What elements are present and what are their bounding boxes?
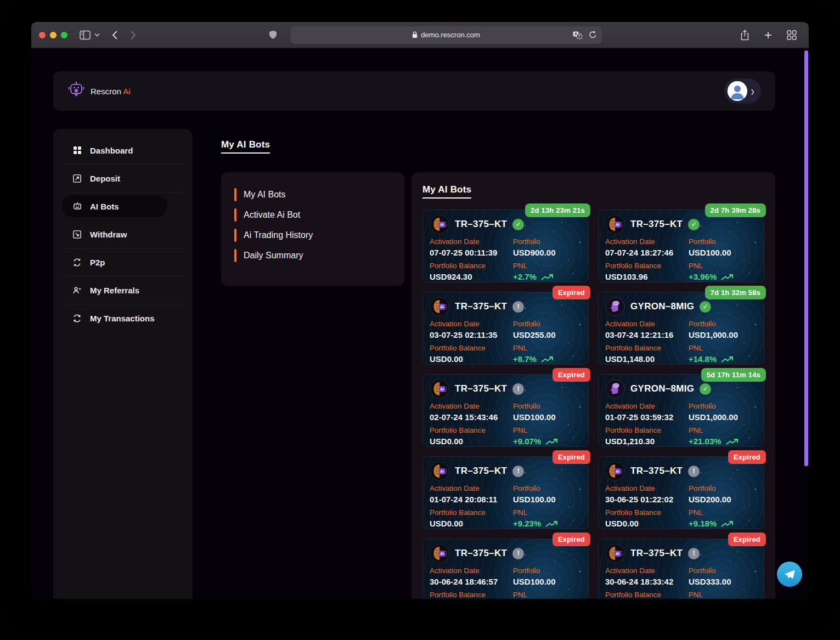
portfolio-balance-label: Portfolio Balance [605, 344, 686, 353]
bot-expired-badge: Expired [728, 533, 766, 546]
bots-grid: 2d 13h 23m 21s AI TR–375–KT ✓ ! [422, 209, 764, 599]
url-text: demo.rescron.com [421, 31, 480, 39]
submenu-item-ai-trading-history[interactable]: Ai Trading History [234, 229, 391, 242]
pnl-label: PNL [689, 591, 757, 599]
activation-date-label: Activation Date [605, 237, 686, 246]
close-window-button[interactable] [39, 32, 46, 38]
expired-icon: ! [512, 466, 524, 477]
vertical-scrollbar[interactable] [804, 50, 808, 466]
activation-date-label: Activation Date [605, 402, 686, 411]
trend-up-icon [541, 273, 554, 281]
sidebar-toggle-icon[interactable] [80, 30, 91, 40]
sidebar-item-withdraw[interactable]: Withdraw [62, 220, 184, 248]
bot-card[interactable]: Expired AI TR–375–KT ✓ ! [422, 374, 589, 447]
portfolio-balance-label: Portfolio Balance [605, 591, 686, 599]
portfolio-balance-value: USD0.00 [430, 354, 511, 364]
referrals-icon [72, 285, 82, 296]
translate-icon[interactable]: A 文 [573, 31, 582, 39]
back-icon[interactable] [112, 30, 118, 40]
telegram-button[interactable] [777, 562, 802, 587]
svg-text:AI: AI [616, 552, 619, 556]
bot-avatar-icon: AI [430, 379, 449, 399]
bot-card[interactable]: Expired AI TR–375–KT ✓ ! [598, 456, 764, 529]
expired-icon: ! [512, 301, 524, 313]
sidebar-item-dashboard[interactable]: Dashboard [62, 137, 184, 165]
submenu-item-my-ai-bots[interactable]: My AI Bots [234, 188, 391, 201]
sidebar-label: My Transactions [90, 314, 155, 323]
portfolio-balance-label: Portfolio Balance [430, 426, 511, 435]
sidebar-label: P2p [90, 258, 105, 267]
bot-avatar-icon: AI [605, 543, 625, 563]
page-title: My AI Bots [221, 139, 270, 154]
bot-expired-badge: Expired [728, 450, 766, 464]
svg-text:AI: AI [616, 223, 619, 226]
portfolio-balance-label: Portfolio Balance [430, 591, 511, 599]
pnl-value: +3.96% [689, 271, 717, 282]
brand[interactable]: Rescron Ai [67, 81, 131, 101]
telegram-icon [782, 567, 797, 581]
app-header: Rescron Ai › [53, 71, 775, 111]
sidebar-item-my-referrals[interactable]: My Referrals [62, 276, 184, 304]
p2p-swap-icon [72, 257, 82, 268]
verified-icon: ✓ [688, 219, 700, 230]
bot-card[interactable]: Expired AI TR–375–KT ✓ ! [422, 292, 589, 365]
bot-card[interactable]: 7d 1h 32m 58s AI GYRON–8MIG ✓ ! [598, 292, 764, 365]
account-menu[interactable]: › [724, 78, 761, 104]
tab-overview-icon[interactable] [787, 30, 797, 40]
bot-name: TR–375–KT [455, 301, 507, 312]
robot-logo-icon [67, 81, 85, 101]
expired-icon: ! [688, 548, 700, 559]
verified-icon: ✓ [700, 383, 711, 395]
bot-avatar-icon: AI [605, 214, 625, 234]
svg-text:AI: AI [440, 305, 444, 309]
browser-window: demo.rescron.com A 文 [31, 22, 809, 599]
new-tab-icon[interactable]: + [764, 29, 772, 42]
address-bar[interactable]: demo.rescron.com A 文 [290, 26, 602, 44]
sidebar-item-p2p[interactable]: P2p [62, 248, 184, 276]
bot-card[interactable]: 2d 13h 23m 21s AI TR–375–KT ✓ ! [422, 209, 589, 282]
portfolio-balance-value: USD0.00 [430, 436, 511, 446]
page-content: Rescron Ai › Dashboard [31, 48, 809, 599]
bot-card[interactable]: 2d 7h 39m 28s AI TR–375–KT ✓ ! [598, 209, 764, 282]
bot-card[interactable]: 5d 17h 11m 14s AI GYRON–8MIG ✓ ! [598, 374, 764, 447]
submenu-item-activate-ai-bot[interactable]: Activate Ai Bot [234, 208, 391, 222]
sidebar-item-my-transactions[interactable]: My Transactions [62, 304, 184, 332]
sidebar-item-deposit[interactable]: Deposit [62, 165, 184, 192]
portfolio-label: Portfolio [513, 237, 582, 246]
zoom-window-button[interactable] [61, 32, 67, 38]
portfolio-balance-label: Portfolio Balance [605, 426, 686, 435]
sidebar-label: My Referrals [90, 286, 139, 295]
pnl-label: PNL [513, 591, 582, 599]
bot-name: TR–375–KT [630, 219, 683, 230]
verified-icon: ✓ [512, 219, 524, 230]
submenu-item-daily-summary[interactable]: Daily Summary [234, 249, 391, 262]
submenu-panel: My AI Bots Activate Ai Bot Ai Trading Hi… [221, 172, 404, 286]
expired-icon: ! [512, 548, 524, 559]
sidebar: Dashboard Deposit [53, 129, 193, 599]
pnl-value: +9.07% [513, 436, 541, 446]
chevron-down-icon[interactable] [94, 33, 100, 37]
bot-name: TR–375–KT [455, 219, 507, 230]
sidebar-item-ai-bots[interactable]: AI Bots [62, 195, 167, 217]
bot-card[interactable]: Expired AI TR–375–KT ✓ ! [598, 539, 764, 599]
reload-icon[interactable] [589, 31, 597, 39]
share-icon[interactable] [740, 30, 749, 41]
portfolio-label: Portfolio [513, 567, 582, 575]
portfolio-label: Portfolio [513, 320, 582, 329]
forward-icon[interactable] [130, 30, 136, 40]
deposit-icon [72, 173, 82, 184]
expired-icon: ! [688, 466, 700, 477]
pnl-label: PNL [513, 344, 582, 353]
pnl-label: PNL [689, 508, 757, 517]
activation-date-label: Activation Date [430, 484, 511, 493]
pnl-label: PNL [513, 508, 582, 517]
svg-text:AI: AI [440, 469, 444, 473]
minimize-window-button[interactable] [50, 32, 57, 38]
shield-icon[interactable] [269, 30, 277, 39]
activation-date-label: Activation Date [430, 402, 511, 411]
bot-card[interactable]: Expired AI TR–375–KT ✓ ! [422, 539, 589, 599]
portfolio-value: USD255.00 [513, 330, 582, 340]
lock-icon [412, 31, 418, 38]
bot-card[interactable]: Expired AI TR–375–KT ✓ ! [422, 456, 589, 529]
svg-text:AI: AI [440, 552, 444, 556]
